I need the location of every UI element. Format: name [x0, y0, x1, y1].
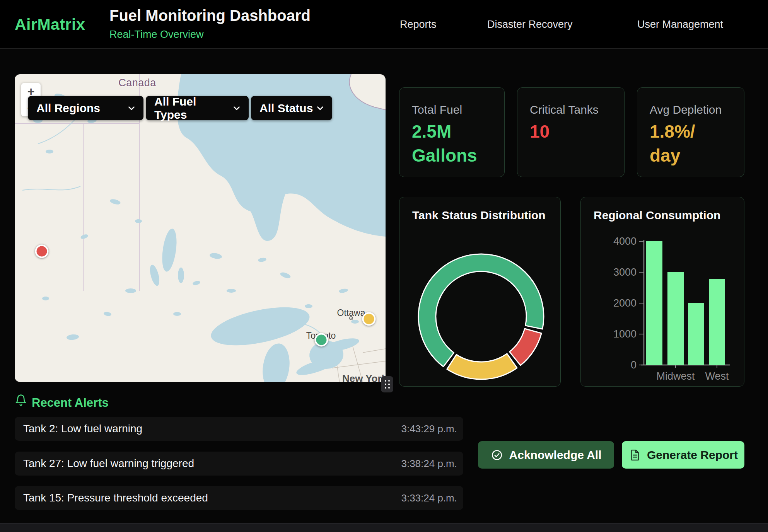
map-filter-bar: All RegionsAll Fuel TypesAll Status	[28, 96, 332, 120]
bottom-strip	[0, 524, 768, 532]
regional-consumption-card: Regional Consumption 01000200030004000Mi…	[580, 197, 744, 387]
acknowledge-all-button[interactable]: Acknowledge All	[478, 441, 614, 469]
y-axis-tick-label: 0	[631, 359, 637, 371]
alert-time: 3:43:29 p.m.	[401, 423, 457, 435]
map-label-new-york: New York	[342, 373, 386, 382]
alert-row: Tank 2: Low fuel warning3:43:29 p.m.	[15, 417, 463, 441]
donut-segment-critical[interactable]	[510, 329, 542, 365]
recent-alerts-title: Recent Alerts	[32, 396, 109, 410]
map-country-label: Canada	[118, 77, 156, 89]
filter-label: All Status	[259, 102, 313, 115]
stat-card-avg-depletion: Avg Depletion1.8%/day	[637, 87, 744, 177]
y-axis-tick-label: 4000	[613, 235, 637, 247]
regional-consumption-bar-chart[interactable]: 01000200030004000MidwestWest	[581, 197, 745, 386]
bar-region-3[interactable]	[688, 303, 704, 365]
page-subtitle: Real-Time Overview	[109, 29, 204, 41]
town-symbol-icon	[348, 315, 354, 322]
stat-value: 10	[530, 119, 550, 143]
alert-row: Tank 27: Low fuel warning triggered3:38:…	[15, 452, 463, 476]
tank-status-card: Tank Status Distribution	[399, 197, 561, 387]
map-panel[interactable]: Canada OttawaTorontoNew York + − All Reg…	[15, 74, 386, 382]
filter-label: All Fuel Types	[154, 95, 232, 121]
x-axis-tick-label: Midwest	[656, 370, 695, 382]
bar-midwest[interactable]	[667, 272, 684, 365]
y-axis-tick-label: 2000	[613, 297, 637, 309]
tank-status-doughnut-chart[interactable]	[399, 197, 561, 386]
tank-marker-critical[interactable]	[35, 245, 49, 258]
app-header: AirMatrix Fuel Monitoring Dashboard Real…	[0, 0, 768, 49]
stat-card-total-fuel: Total Fuel2.5MGallons	[399, 87, 505, 177]
stat-label: Total Fuel	[412, 103, 462, 116]
filter-dropdown-all-regions[interactable]: All Regions	[28, 96, 143, 120]
grip-dots-icon	[385, 380, 390, 389]
alert-text: Tank 15: Pressure threshold exceeded	[23, 492, 208, 504]
generate-report-label: Generate Report	[647, 448, 738, 462]
stat-label: Critical Tanks	[530, 103, 599, 116]
y-axis-tick-label: 1000	[613, 328, 637, 340]
filter-dropdown-all-status[interactable]: All Status	[251, 96, 332, 120]
nav-item-user-management[interactable]: User Management	[637, 19, 723, 31]
alert-row: Tank 15: Pressure threshold exceeded3:33…	[15, 486, 463, 510]
tank-marker-normal[interactable]	[315, 333, 328, 347]
brand-logo[interactable]: AirMatrix	[15, 15, 85, 34]
bar-west[interactable]	[709, 279, 725, 365]
alert-text: Tank 27: Low fuel warning triggered	[23, 457, 194, 470]
x-axis-tick-label: West	[705, 370, 729, 382]
alert-text: Tank 2: Low fuel warning	[23, 423, 142, 435]
chevron-down-icon	[315, 103, 325, 113]
page-title: Fuel Monitoring Dashboard	[109, 7, 311, 24]
nav-item-reports[interactable]: Reports	[400, 19, 437, 31]
nav-item-disaster-recovery[interactable]: Disaster Recovery	[487, 19, 573, 31]
donut-segment-warning[interactable]	[447, 354, 517, 379]
map-resize-handle[interactable]	[381, 376, 393, 392]
check-circle-icon	[491, 449, 503, 461]
filter-label: All Regions	[36, 102, 100, 115]
file-text-icon	[628, 449, 641, 461]
tank-marker-warning[interactable]	[362, 312, 376, 326]
chevron-down-icon	[126, 103, 137, 113]
stat-label: Avg Depletion	[650, 103, 722, 116]
acknowledge-all-label: Acknowledge All	[509, 448, 602, 462]
filter-dropdown-all-fuel-types[interactable]: All Fuel Types	[146, 96, 249, 120]
alert-time: 3:38:24 p.m.	[401, 458, 457, 470]
y-axis-tick-label: 3000	[613, 266, 637, 278]
stat-value: 2.5MGallons	[412, 119, 477, 167]
bell-icon	[15, 394, 27, 407]
stat-card-critical-tanks: Critical Tanks10	[517, 87, 625, 177]
stat-value: 1.8%/day	[650, 119, 695, 167]
chevron-down-icon	[232, 103, 242, 113]
bar-region-1[interactable]	[646, 241, 662, 365]
fuel-monitoring-dashboard: AirMatrix Fuel Monitoring Dashboard Real…	[0, 0, 768, 532]
alert-time: 3:33:24 p.m.	[401, 492, 457, 504]
generate-report-button[interactable]: Generate Report	[622, 441, 744, 469]
